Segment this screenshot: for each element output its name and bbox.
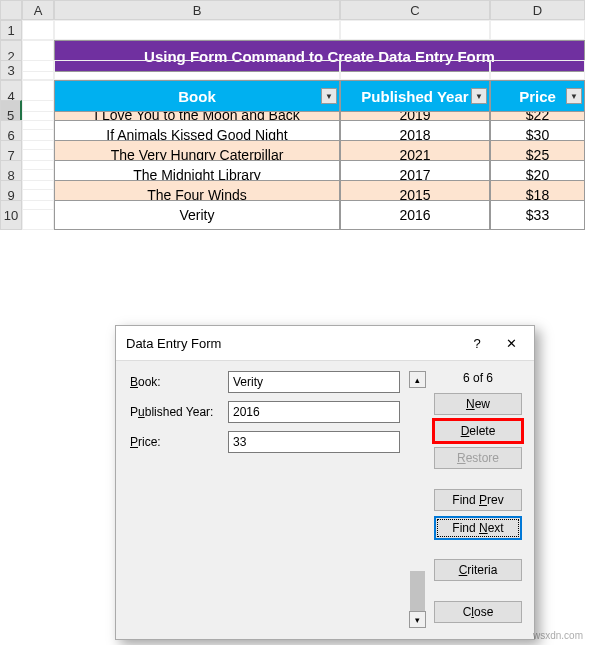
- cell-A10[interactable]: [22, 200, 54, 230]
- filter-year-icon[interactable]: ▼: [471, 88, 487, 104]
- watermark: wsxdn.com: [533, 630, 583, 641]
- header-book[interactable]: Book ▼: [54, 80, 340, 112]
- cell-A3[interactable]: [22, 60, 54, 80]
- header-year[interactable]: Published Year ▼: [340, 80, 490, 112]
- scroll-down-icon[interactable]: ▾: [409, 611, 426, 628]
- col-header-A[interactable]: A: [22, 0, 54, 20]
- header-book-label: Book: [178, 88, 216, 105]
- restore-button[interactable]: Restore: [434, 447, 522, 469]
- help-button[interactable]: ?: [460, 332, 494, 354]
- cell-B1[interactable]: [54, 20, 340, 40]
- header-price-label: Price: [519, 88, 556, 105]
- filter-book-icon[interactable]: ▼: [321, 88, 337, 104]
- cell-C3[interactable]: [340, 60, 490, 80]
- delete-button[interactable]: Delete: [434, 420, 522, 442]
- cell-D1[interactable]: [490, 20, 585, 40]
- label-price: Price:: [130, 435, 228, 449]
- col-header-B[interactable]: B: [54, 0, 340, 20]
- label-year: Published Year:: [130, 405, 228, 419]
- find-next-button[interactable]: Find Next: [434, 516, 522, 540]
- cell-B3[interactable]: [54, 60, 340, 80]
- dialog-buttons: 6 of 6 New Delete Restore Find Prev Find…: [434, 371, 522, 628]
- cell-year-5[interactable]: 2016: [340, 200, 490, 230]
- input-year[interactable]: [228, 401, 400, 423]
- record-counter: 6 of 6: [434, 371, 522, 387]
- cell-D3[interactable]: [490, 60, 585, 80]
- scroll-track[interactable]: [409, 388, 426, 611]
- row-header-1[interactable]: 1: [0, 20, 22, 40]
- close-icon[interactable]: ✕: [494, 332, 528, 354]
- select-all-corner[interactable]: [0, 0, 22, 20]
- dialog-titlebar[interactable]: Data Entry Form ? ✕: [116, 326, 534, 361]
- spreadsheet-grid: A B C D 1 2 Using Form Command to Create…: [0, 0, 589, 220]
- form-fields: Book: Published Year: Price:: [130, 371, 400, 628]
- filter-price-icon[interactable]: ▼: [566, 88, 582, 104]
- label-book: Book:: [130, 375, 228, 389]
- record-scrollbar[interactable]: ▴ ▾: [408, 371, 426, 628]
- data-entry-form-dialog: Data Entry Form ? ✕ Book: Published Year…: [115, 325, 535, 640]
- scroll-up-icon[interactable]: ▴: [409, 371, 426, 388]
- input-book[interactable]: [228, 371, 400, 393]
- dialog-title: Data Entry Form: [126, 336, 460, 351]
- header-price[interactable]: Price ▼: [490, 80, 585, 112]
- close-button[interactable]: Close: [434, 601, 522, 623]
- cell-price-5[interactable]: $33: [490, 200, 585, 230]
- scroll-thumb[interactable]: [410, 571, 425, 611]
- find-prev-button[interactable]: Find Prev: [434, 489, 522, 511]
- cell-book-5[interactable]: Verity: [54, 200, 340, 230]
- cell-C1[interactable]: [340, 20, 490, 40]
- cell-A1[interactable]: [22, 20, 54, 40]
- header-year-label: Published Year: [361, 88, 468, 105]
- dialog-body: Book: Published Year: Price: ▴ ▾ 6 of 6 …: [116, 361, 534, 640]
- col-header-C[interactable]: C: [340, 0, 490, 20]
- row-header-3[interactable]: 3: [0, 60, 22, 80]
- input-price[interactable]: [228, 431, 400, 453]
- col-header-D[interactable]: D: [490, 0, 585, 20]
- criteria-button[interactable]: Criteria: [434, 559, 522, 581]
- new-button[interactable]: New: [434, 393, 522, 415]
- row-header-10[interactable]: 10: [0, 200, 22, 230]
